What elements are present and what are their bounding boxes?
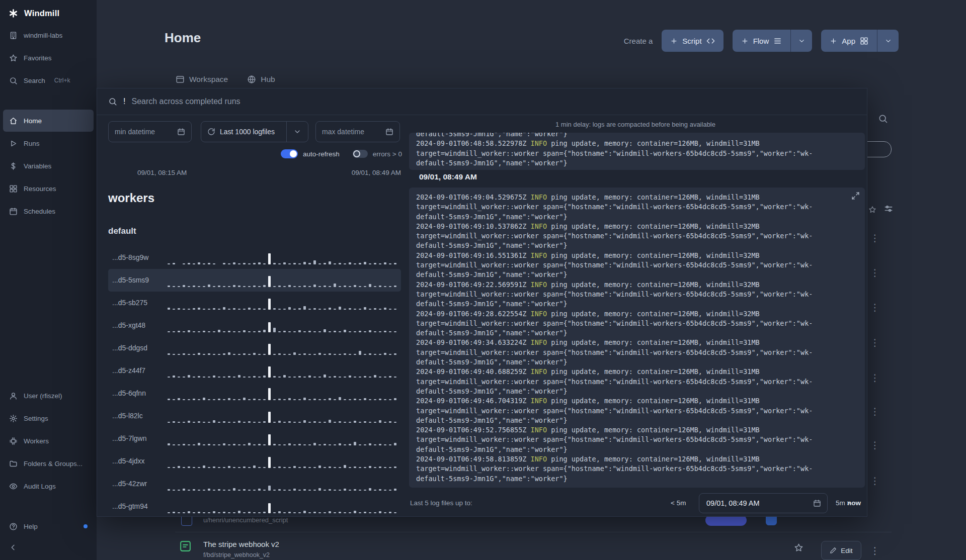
star-icon — [9, 54, 18, 62]
create-app-dropdown-button[interactable] — [877, 30, 899, 52]
worker-row[interactable]: ...d5-sb275 — [108, 292, 401, 314]
search-icon — [108, 97, 117, 106]
create-flow-button[interactable]: Flow — [733, 30, 791, 52]
sidebar-item-audit-logs[interactable]: Audit Logs — [3, 475, 94, 497]
now-button[interactable]: now — [847, 499, 861, 507]
star-filter-icon[interactable] — [868, 206, 876, 214]
sidebar-item-favorites[interactable]: Favorites — [3, 47, 94, 69]
sidebar-item-variables[interactable]: Variables — [3, 155, 94, 177]
edit-label: Edit — [841, 547, 852, 554]
eye-icon — [9, 482, 18, 491]
chevron-down-icon — [293, 128, 301, 136]
list-search-icon[interactable] — [878, 114, 888, 124]
row-menu-kebab-icon[interactable]: ⋮ — [870, 233, 880, 243]
sidebar-item-label: Variables — [24, 162, 51, 170]
log-datetime-input[interactable]: 09/01, 08:49 AM — [699, 493, 828, 513]
create-app-button-group: App — [821, 30, 899, 52]
log-entry: 2024-09-01T06:49:22.569591Z INFO ping up… — [416, 280, 858, 309]
boxes-icon — [9, 184, 18, 193]
row-menu-kebab-icon[interactable]: ⋮ — [870, 476, 880, 486]
worker-row[interactable]: ...d5-l82lc — [108, 405, 401, 427]
expand-icon[interactable] — [851, 192, 860, 200]
calendar-icon — [813, 499, 821, 507]
sidebar-item-settings[interactable]: Settings — [3, 407, 94, 429]
worker-name: ...d5-6qfnn — [112, 389, 146, 397]
sidebar-item-help[interactable]: Help — [3, 515, 94, 537]
row-menu-kebab-icon[interactable]: ⋮ — [870, 440, 880, 450]
search-prefix: ! — [123, 97, 125, 106]
min-datetime-input[interactable]: min datetime — [108, 121, 192, 142]
errors-toggle[interactable] — [353, 150, 368, 158]
sidebar-item-label: Help — [24, 523, 38, 530]
worker-row[interactable]: ...d5-xgt48 — [108, 314, 401, 337]
worker-row[interactable]: ...d5-7lgwn — [108, 427, 401, 450]
item-title[interactable]: The stripe webhook v2 — [203, 540, 279, 548]
worker-group-heading: default — [108, 226, 136, 236]
collapse-sidebar-button[interactable] — [0, 538, 97, 557]
worker-row[interactable]: ...d5-42zwr — [108, 473, 401, 495]
worker-activity-sparkline — [168, 500, 399, 513]
worker-activity-sparkline — [168, 455, 399, 468]
create-flow-dropdown-button[interactable] — [790, 30, 812, 52]
worker-name: ...d5-5sms9 — [112, 276, 149, 284]
worker-name: ...d5-42zwr — [112, 480, 147, 488]
row-menu-kebab-icon[interactable]: ⋮ — [870, 373, 880, 383]
sidebar-item-home[interactable]: Home — [3, 110, 94, 132]
worker-activity-sparkline — [168, 432, 399, 445]
worker-row[interactable]: ...d5-gtm94 — [108, 495, 401, 518]
sidebar-item-workers[interactable]: Workers — [3, 430, 94, 452]
worker-activity-sparkline — [168, 364, 399, 378]
max-datetime-input[interactable]: max datetime — [315, 121, 400, 142]
row-menu-kebab-icon[interactable]: ⋮ — [870, 303, 880, 313]
sidebar-item-search[interactable]: Search Ctrl+k — [3, 69, 94, 91]
log-section-header: 09/01, 08:49 AM — [419, 172, 477, 181]
app-logo: Windmill — [0, 0, 97, 24]
dollar-icon — [9, 162, 18, 170]
sidebar-item-folders-groups[interactable]: Folders & Groups... — [3, 452, 94, 475]
sidebar-item-label: Folders & Groups... — [24, 460, 83, 468]
worker-activity-sparkline — [168, 251, 399, 264]
play-icon — [9, 139, 18, 148]
create-app-button[interactable]: App — [821, 30, 877, 52]
create-flow-button-group: Flow — [733, 30, 813, 52]
sidebar-item-resources[interactable]: Resources — [3, 177, 94, 200]
sidebar-item-label: Schedules — [24, 208, 55, 215]
edit-button[interactable]: Edit — [821, 541, 861, 560]
page-title: Home — [165, 30, 201, 46]
sidebar-item-schedules[interactable]: Schedules — [3, 200, 94, 222]
worker-row[interactable]: ...d5-8sg9w — [108, 246, 401, 269]
worker-row[interactable]: ...d5-5sms9 — [108, 269, 401, 292]
search-icon — [9, 76, 18, 85]
worker-row[interactable]: ...d5-4jdxx — [108, 450, 401, 473]
log-entry: 2024-09-01T06:49:52.756855Z INFO ping up… — [416, 425, 858, 454]
worker-name: ...d5-ddgsd — [112, 344, 147, 352]
sidebar-item-workspace[interactable]: windmill-labs — [3, 24, 94, 46]
plus-icon — [670, 37, 678, 45]
log-entry: 2024-09-01T06:49:46.704319Z INFO ping up… — [416, 396, 858, 425]
create-flow-label: Flow — [753, 37, 769, 45]
window-icon — [176, 75, 185, 84]
back-5m-button[interactable]: < 5m — [671, 499, 686, 507]
row-menu-kebab-icon[interactable]: ⋮ — [870, 407, 880, 417]
runs-search-input[interactable]: ! Search across completed runs — [97, 88, 867, 115]
favorite-star-icon[interactable] — [794, 543, 803, 552]
worker-row[interactable]: ...d5-6qfnn — [108, 382, 401, 405]
sidebar-item-runs[interactable]: Runs — [3, 132, 94, 154]
sliders-icon[interactable] — [883, 204, 894, 214]
create-script-button[interactable]: Script — [662, 30, 723, 52]
script-icon — [179, 540, 192, 552]
worker-name: ...d5-z44f7 — [112, 366, 145, 375]
row-menu-kebab-icon[interactable]: ⋮ — [870, 338, 880, 348]
log-entry: 2024-09-01T06:49:16.551361Z INFO ping up… — [416, 251, 858, 280]
worker-row[interactable]: ...d5-z44f7 — [108, 359, 401, 382]
toggle-row: auto-refresh errors > 0 — [281, 149, 402, 158]
worker-activity-sparkline — [168, 297, 399, 310]
sidebar-item-label: windmill-labs — [24, 32, 62, 39]
logfiles-select[interactable]: Last 1000 logfiles — [201, 121, 308, 142]
worker-row[interactable]: ...d5-ddgsd — [108, 337, 401, 359]
auto-refresh-toggle[interactable] — [281, 149, 298, 158]
sidebar-item-user[interactable]: User (rfiszel) — [3, 385, 94, 407]
logfiles-dropdown-button[interactable] — [286, 122, 308, 142]
row-menu-kebab-icon[interactable]: ⋮ — [870, 268, 880, 278]
row-menu-kebab-icon[interactable]: ⋮ — [870, 546, 880, 556]
